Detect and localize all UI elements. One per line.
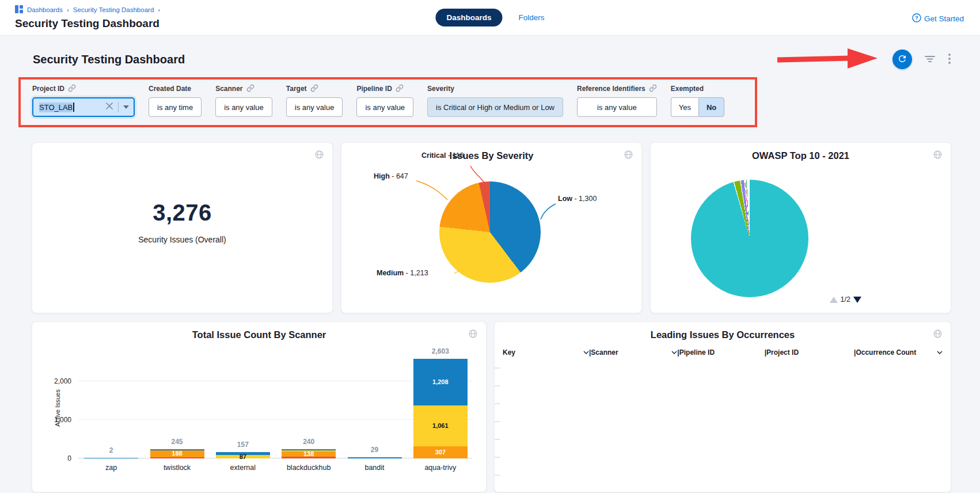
- kebab-menu-icon: [948, 53, 951, 66]
- bar-segment-high[interactable]: 138: [282, 452, 336, 457]
- table-row-divider: [495, 403, 500, 404]
- filter-reference-identifiers: Reference Identifiers is any value: [577, 84, 657, 117]
- card-issues-by-severity: Issues By Severity Critical - 116 High -…: [341, 142, 642, 313]
- column-header-project-id[interactable]: Project ID: [766, 348, 854, 357]
- filter-severity-label: Severity: [427, 85, 454, 93]
- pie-label-critical: Critical - 116: [421, 151, 464, 160]
- filter-project-id: Project ID STO_LAB: [32, 84, 135, 117]
- x-category-label: external: [210, 464, 276, 472]
- bar-segment-high[interactable]: 188: [150, 450, 204, 458]
- globe-icon: [468, 329, 478, 341]
- chevron-down-icon[interactable]: [671, 351, 677, 354]
- column-header-pipeline-id[interactable]: Pipeline ID: [679, 348, 765, 357]
- breadcrumb-dashboards[interactable]: Dashboards: [27, 6, 63, 13]
- x-category-label: zap: [78, 464, 144, 472]
- bar-segment-high[interactable]: 307: [413, 446, 468, 458]
- filter-severity: Severity is Critical or High or Medium o…: [427, 84, 563, 117]
- pie-label-low: Low - 1,300: [558, 195, 597, 203]
- bar-aqua-trivy[interactable]: 3071,0611,208: [413, 359, 468, 458]
- exempted-no-button[interactable]: No: [698, 97, 724, 117]
- pie-pagination: 1/2: [830, 295, 861, 304]
- target-chip[interactable]: is any value: [286, 97, 343, 117]
- project-id-value: STO_LAB: [39, 103, 73, 112]
- column-header-key[interactable]: Key: [503, 348, 589, 357]
- get-started-link[interactable]: ? Get Started: [912, 13, 964, 24]
- bar-total-label: 29: [348, 446, 402, 454]
- bar-total-label: 2,603: [413, 347, 468, 355]
- x-category-label: twistlock: [145, 464, 210, 472]
- scanner-chip[interactable]: is any value: [215, 97, 272, 117]
- metric-value: 3,276: [153, 200, 212, 226]
- x-category-label: aqua-trivy: [408, 464, 473, 472]
- severity-pie[interactable]: [439, 181, 541, 283]
- bar-segment-medium[interactable]: 1,061: [413, 405, 468, 446]
- severity-chip[interactable]: is Critical or High or Medium or Low: [427, 97, 563, 117]
- help-icon: ?: [912, 13, 921, 24]
- chart-title-scanner: Total Issue Count By Scanner: [32, 322, 486, 340]
- page-indicator: 1/2: [841, 295, 850, 304]
- chart-title-issues-by-severity: Issues By Severity: [341, 143, 641, 161]
- globe-icon: [933, 329, 943, 341]
- bar-segment-low[interactable]: [348, 457, 402, 458]
- bar-segment-label: 87: [240, 454, 246, 460]
- bar-bandit[interactable]: [348, 457, 402, 458]
- top-bar: Dashboards › Security Testing Dashboard …: [0, 0, 980, 36]
- bar-segment-low[interactable]: 1,208: [413, 359, 468, 405]
- column-header-scanner[interactable]: Scanner: [591, 348, 677, 357]
- y-tick-label: 2,000: [54, 377, 71, 385]
- bar-external[interactable]: 87: [216, 452, 270, 458]
- table-row-divider: [495, 457, 500, 458]
- filter-button[interactable]: [924, 54, 936, 66]
- filter-pipeline-id-label: Pipeline ID: [356, 85, 392, 93]
- globe-icon: [933, 150, 943, 162]
- bar-blackduckhub[interactable]: 138: [282, 449, 336, 458]
- bar-segment-low[interactable]: [84, 458, 138, 458]
- tab-folders[interactable]: Folders: [519, 13, 545, 22]
- owasp-pie[interactable]: [691, 180, 808, 297]
- y-tick-label: 1,000: [54, 416, 71, 424]
- filter-project-id-label: Project ID: [32, 85, 64, 93]
- bar-total-label: 240: [282, 438, 336, 446]
- x-category-label: blackduckhub: [276, 464, 341, 472]
- bar-zap[interactable]: [84, 458, 138, 458]
- chevron-down-icon[interactable]: [123, 105, 129, 109]
- column-header-occurrence-count[interactable]: Occurrence Count: [856, 348, 943, 357]
- pipeline-id-chip[interactable]: is any value: [356, 97, 413, 117]
- filter-created-date-label: Created Date: [149, 85, 191, 93]
- text-cursor: [73, 103, 74, 112]
- dashboards-grid-icon: [15, 5, 23, 14]
- table-row-divider: [495, 385, 500, 386]
- bar-segment-critical[interactable]: [282, 457, 336, 458]
- bar-segment-label: 1,061: [432, 423, 449, 429]
- table-header-row: Key | Scanner | Pipeline ID | Project ID…: [503, 348, 943, 357]
- bar-segment-critical[interactable]: [150, 457, 204, 458]
- card-owasp-top-10: OWASP Top 10 - 2021 1/2: [650, 142, 951, 313]
- chevron-down-icon[interactable]: [583, 351, 589, 354]
- clear-x-icon[interactable]: [105, 102, 113, 112]
- bar-segment-label: 307: [435, 449, 446, 456]
- filter-scanner-label: Scanner: [215, 85, 242, 93]
- card-leading-issues-by-occurrences: Leading Issues By Occurrences Key | Scan…: [494, 321, 951, 492]
- bar-total-label: 245: [150, 438, 204, 446]
- refresh-button[interactable]: [892, 50, 912, 69]
- filter-target: Target is any value: [286, 84, 343, 117]
- bar-segment-medium[interactable]: 87: [216, 455, 270, 458]
- more-options-button[interactable]: [948, 53, 951, 66]
- filter-bar-annotated: Project ID STO_LAB Created Date is any t…: [18, 77, 757, 127]
- tab-dashboards[interactable]: Dashboards: [435, 9, 502, 26]
- project-id-combobox[interactable]: STO_LAB: [32, 97, 135, 117]
- exempted-yes-button[interactable]: Yes: [671, 97, 698, 117]
- link-icon: [649, 84, 657, 94]
- pie-label-high: High - 647: [374, 172, 408, 180]
- bar-twistlock[interactable]: 188: [150, 449, 204, 458]
- page-up-icon[interactable]: [830, 297, 838, 303]
- chevron-down-icon[interactable]: [937, 351, 943, 354]
- reference-identifiers-chip[interactable]: is any value: [577, 97, 657, 117]
- page-down-icon[interactable]: [853, 297, 861, 303]
- created-date-chip[interactable]: is any time: [149, 97, 202, 117]
- breadcrumb-current[interactable]: Security Testing Dashboard: [73, 6, 154, 13]
- filter-scanner: Scanner is any value: [215, 84, 272, 117]
- link-icon: [396, 84, 404, 94]
- exempted-toggle: Yes No: [671, 97, 725, 117]
- refresh-icon: [897, 54, 907, 66]
